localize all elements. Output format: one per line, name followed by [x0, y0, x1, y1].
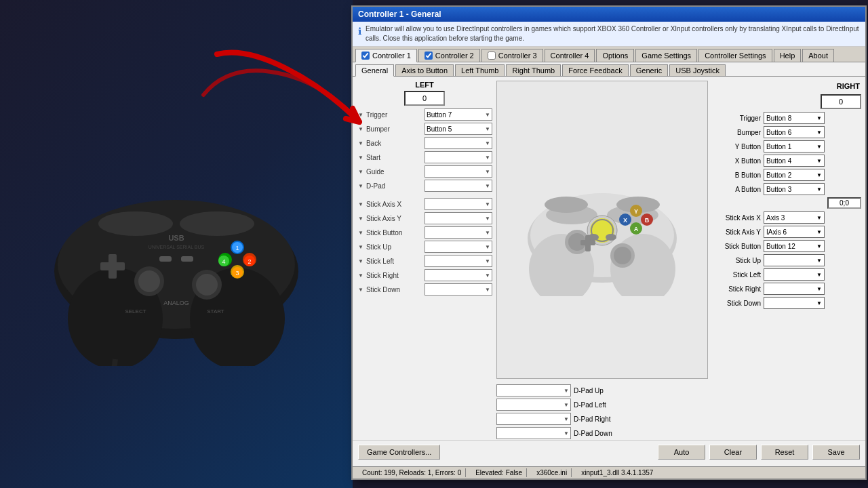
right-sdown-combo[interactable]: ▼	[764, 297, 825, 309]
svg-point-60	[588, 234, 599, 241]
right-y-combo[interactable]: Button 1 ▼	[764, 140, 825, 152]
info-icon: ℹ	[358, 25, 361, 39]
dialog-title: Controller 1 - General	[353, 7, 865, 22]
subtab-general[interactable]: General	[355, 64, 394, 77]
left-guide-combo[interactable]: ▼	[425, 165, 492, 178]
left-sright-arrow[interactable]: ▼	[357, 272, 363, 279]
right-b-combo[interactable]: Button 2 ▼	[764, 169, 825, 181]
subtab-usb-joystick[interactable]: USB Joystick	[669, 64, 726, 76]
left-dpad-combo[interactable]: ▼	[425, 180, 492, 192]
tab-game-settings[interactable]: Game Settings	[635, 49, 697, 62]
right-sbtn-combo[interactable]: Button 12 ▼	[764, 240, 825, 252]
left-sup-combo[interactable]: ▼	[425, 241, 492, 253]
left-sleft-arrow[interactable]: ▼	[357, 258, 363, 264]
left-stick-button-row: ▼ Stick Button ▼	[357, 226, 492, 239]
left-sdown-combo[interactable]: ▼	[425, 283, 492, 296]
svg-text:ANALOG: ANALOG	[163, 300, 189, 306]
left-sleft-combo[interactable]: ▼	[425, 255, 492, 267]
auto-button[interactable]: Auto	[658, 445, 705, 460]
left-say-arrow[interactable]: ▼	[357, 216, 363, 222]
left-guide-arrow[interactable]: ▼	[357, 169, 363, 175]
tab-controller2[interactable]: Controller 2	[418, 49, 480, 62]
left-back-combo[interactable]: ▼	[425, 137, 492, 149]
right-sax-label: Stick Axis X	[712, 214, 761, 222]
right-sleft-combo[interactable]: ▼	[764, 268, 825, 281]
tab-controller-settings[interactable]: Controller Settings	[698, 49, 772, 62]
subtab-left-thumb[interactable]: Left Thumb	[455, 64, 505, 76]
left-bumper-combo[interactable]: Button 5 ▼	[425, 123, 492, 135]
controller3-checkbox[interactable]	[488, 52, 496, 60]
right-say-combo[interactable]: IAxis 6 ▼	[764, 226, 825, 238]
right-sleft-row: Stick Left ▼	[712, 268, 861, 281]
right-a-value: Button 3	[766, 186, 791, 193]
left-stick-axis-x-row: ▼ Stick Axis X ▼	[357, 198, 492, 210]
left-back-arrow[interactable]: ▼	[357, 140, 363, 146]
subtab-force-feedback[interactable]: Force Feedback	[562, 64, 628, 76]
right-sup-combo[interactable]: ▼	[764, 254, 825, 266]
svg-text:UNIVERSAL SERIAL BUS: UNIVERSAL SERIAL BUS	[149, 245, 205, 249]
left-stick-left-row: ▼ Stick Left ▼	[357, 255, 492, 267]
tab-options[interactable]: Options	[596, 49, 634, 62]
right-a-combo[interactable]: Button 3 ▼	[764, 183, 825, 195]
content-area: LEFT 0 ▼ Trigger Button 7 ▼ ▼ Bumper B	[353, 77, 865, 443]
left-dpad-arrow[interactable]: ▼	[357, 183, 363, 189]
left-sbtn-combo[interactable]: ▼	[425, 226, 492, 239]
dpad-right-left-combo[interactable]: ▼	[496, 413, 571, 425]
left-sdown-arrow[interactable]: ▼	[357, 287, 363, 293]
right-sright-combo[interactable]: ▼	[764, 283, 825, 295]
left-start-arrow[interactable]: ▼	[357, 155, 363, 161]
left-sright-combo[interactable]: ▼	[425, 269, 492, 281]
tab-about[interactable]: About	[802, 49, 834, 62]
subtab-axis-to-button[interactable]: Axis to Button	[395, 64, 454, 76]
dpad-left-left-combo[interactable]: ▼	[496, 399, 571, 411]
save-button[interactable]: Save	[812, 445, 860, 460]
right-trigger-combo[interactable]: Button 8 ▼	[764, 112, 825, 124]
right-x-value: Button 4	[766, 157, 791, 165]
controller1-checkbox[interactable]	[361, 52, 370, 60]
left-sbtn-arrow[interactable]: ▼	[357, 230, 363, 236]
dpad-down-left-combo[interactable]: ▼	[496, 427, 571, 439]
game-controllers-button[interactable]: Game Controllers...	[358, 445, 440, 460]
right-sbtn-row: Stick Button Button 12 ▼	[712, 240, 861, 252]
left-sdown-label: Stick Down	[366, 286, 422, 293]
dialog-title-text: Controller 1 - General	[358, 9, 441, 19]
left-sax-combo-arrow: ▼	[484, 201, 490, 207]
right-panel: RIGHT 0 Trigger Button 8 ▼ Bumper Button…	[712, 81, 861, 439]
right-coord-box: 0;0	[827, 197, 861, 209]
left-sdown-combo-arrow: ▼	[484, 287, 490, 293]
right-trigger-arrow: ▼	[816, 115, 822, 121]
left-start-label: Start	[366, 154, 422, 161]
tab-controller3[interactable]: Controller 3	[481, 49, 543, 62]
right-sax-arrow: ▼	[816, 215, 822, 221]
left-trigger-combo[interactable]: Button 7 ▼	[425, 108, 492, 121]
status-version: xinput1_3.dll 3.4.1.1357	[577, 468, 657, 477]
right-x-combo[interactable]: Button 4 ▼	[764, 155, 825, 167]
left-bumper-arrow[interactable]: ▼	[357, 126, 363, 132]
left-trigger-arrow[interactable]: ▼	[357, 112, 363, 118]
subtab-generic[interactable]: Generic	[630, 64, 669, 76]
right-bumper-combo[interactable]: Button 6 ▼	[764, 126, 825, 138]
right-b-value: Button 2	[766, 171, 791, 179]
left-dpad-label: D-Pad	[366, 182, 422, 190]
reset-button[interactable]: Reset	[761, 445, 808, 460]
right-sax-combo[interactable]: Axis 3 ▼	[764, 211, 825, 224]
tab-help[interactable]: Help	[774, 49, 802, 62]
dpad-up-left-combo[interactable]: ▼	[496, 384, 571, 396]
left-sup-combo-arrow: ▼	[484, 244, 490, 250]
tab-controller1[interactable]: Controller 1	[355, 49, 417, 62]
left-sup-arrow[interactable]: ▼	[357, 244, 363, 250]
svg-point-40	[545, 197, 588, 213]
left-start-combo[interactable]: ▼	[425, 151, 492, 163]
left-trigger-row: ▼ Trigger Button 7 ▼	[357, 108, 492, 121]
left-sax-combo[interactable]: ▼	[425, 198, 492, 210]
left-start-combo-arrow: ▼	[484, 155, 490, 161]
dpad-up-row: ▼ D-Pad Up	[496, 384, 708, 396]
left-sax-arrow[interactable]: ▼	[357, 201, 363, 207]
controller2-checkbox[interactable]	[425, 52, 433, 60]
clear-button[interactable]: Clear	[709, 445, 757, 460]
left-say-combo[interactable]: ▼	[425, 212, 492, 224]
right-say-label: Stick Axis Y	[712, 228, 761, 236]
tab-controller4[interactable]: Controller 4	[545, 49, 595, 62]
subtab-right-thumb[interactable]: Right Thumb	[506, 64, 561, 76]
svg-text:Y: Y	[634, 208, 638, 215]
